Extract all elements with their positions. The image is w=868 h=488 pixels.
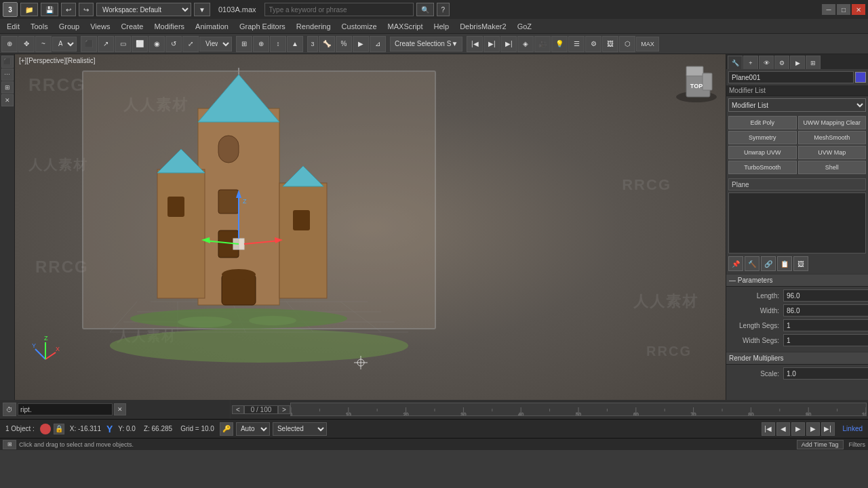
selection-dropdown[interactable]: Selected bbox=[273, 422, 327, 436]
menu-help[interactable]: Help bbox=[429, 21, 455, 32]
tb-scale-btn[interactable]: ⤢ bbox=[182, 36, 199, 52]
status-lock-btn[interactable]: 🔒 bbox=[54, 424, 64, 434]
pb-end[interactable]: ▶| bbox=[821, 422, 835, 436]
mod-unwrap-uvw[interactable]: Unwrap UVW bbox=[728, 146, 797, 159]
pb-play[interactable]: ▶ bbox=[791, 422, 805, 436]
search-input[interactable] bbox=[264, 3, 414, 16]
scale-input[interactable] bbox=[783, 367, 868, 380]
tl-next-btn[interactable]: > bbox=[278, 405, 290, 414]
mod-edit-poly[interactable]: Edit Poly bbox=[728, 116, 797, 129]
info-icon-btn[interactable]: ⊞ bbox=[3, 440, 16, 449]
tb-icon-btn2[interactable]: 💾 bbox=[41, 3, 58, 16]
rp-tab-modify[interactable]: 🔧 bbox=[728, 56, 743, 69]
tb-bone-btn[interactable]: 🦴 bbox=[319, 36, 335, 52]
mod-symmetry[interactable]: Symmetry bbox=[728, 131, 797, 144]
tb-undo[interactable]: ↩ bbox=[61, 3, 76, 16]
timeline[interactable]: < 0 / 100 > 0 10 20 30 bbox=[231, 400, 868, 419]
render-mult-header[interactable]: Render Multipliers bbox=[726, 352, 868, 365]
stack-copy-icon[interactable]: 📋 bbox=[777, 256, 792, 271]
tb-rect2-btn[interactable]: ⬜ bbox=[132, 36, 148, 52]
tb-filter-btn[interactable]: ⬛ bbox=[81, 36, 97, 52]
menu-group[interactable]: Group bbox=[54, 21, 85, 32]
tb-light-btn[interactable]: 💡 bbox=[551, 36, 568, 52]
tb-create-selection[interactable]: Create Selection S ▼ bbox=[390, 37, 462, 52]
tb-ik-btn[interactable]: ⊿ bbox=[370, 36, 386, 52]
tb-pct-btn[interactable]: % bbox=[336, 36, 352, 52]
tb-n3-btn[interactable]: 3 bbox=[307, 36, 318, 52]
workspace-expand[interactable]: ▼ bbox=[194, 3, 210, 16]
minimize-btn[interactable]: ─ bbox=[822, 4, 835, 15]
menu-graph-editors[interactable]: Graph Editors bbox=[234, 21, 291, 32]
tb-brush-btn[interactable]: ~ bbox=[35, 36, 52, 52]
menu-views[interactable]: Views bbox=[85, 21, 115, 32]
tl-prev-btn[interactable]: < bbox=[232, 405, 244, 414]
lm-btn4[interactable]: ✕ bbox=[1, 94, 14, 106]
rp-tab-display[interactable]: 👁 bbox=[759, 56, 774, 69]
stack-image-icon[interactable]: 🖼 bbox=[793, 256, 808, 271]
nav-cube[interactable]: TOP bbox=[673, 60, 720, 107]
tb-layer-btn[interactable]: ☰ bbox=[568, 36, 585, 52]
menu-tools[interactable]: Tools bbox=[25, 21, 54, 32]
length-segs-input[interactable] bbox=[783, 319, 868, 331]
tb-move-btn[interactable]: ✥ bbox=[18, 36, 35, 52]
tb-prev-btn[interactable]: |◀ bbox=[467, 36, 483, 52]
tb-redo[interactable]: ↪ bbox=[79, 3, 94, 16]
mode-dropdown[interactable]: Auto bbox=[236, 422, 270, 436]
tb-settings-btn[interactable]: ⚙ bbox=[585, 36, 601, 52]
menu-customize[interactable]: Customize bbox=[336, 21, 382, 32]
object-color-btn[interactable] bbox=[855, 72, 866, 83]
tb-snap2-btn[interactable]: ⊕ bbox=[253, 36, 269, 52]
script-input[interactable] bbox=[18, 403, 113, 415]
menu-goz[interactable]: GoZ bbox=[512, 21, 537, 32]
menu-rendering[interactable]: Rendering bbox=[291, 21, 336, 32]
tb-snap-btn[interactable]: ⊞ bbox=[236, 36, 252, 52]
stack-pin-icon[interactable]: 📌 bbox=[728, 256, 743, 271]
mod-uvw-map[interactable]: UVW Map bbox=[798, 146, 867, 159]
lm-btn1[interactable]: ⬛ bbox=[1, 56, 14, 68]
width-segs-input[interactable] bbox=[783, 334, 868, 346]
length-input[interactable] bbox=[783, 289, 868, 302]
stack-area[interactable] bbox=[728, 192, 866, 253]
add-time-tag-btn[interactable]: Add Time Tag bbox=[797, 440, 844, 449]
width-input[interactable] bbox=[783, 304, 868, 317]
tb-next-btn[interactable]: ▶| bbox=[500, 36, 517, 52]
mod-uww[interactable]: UWW Mapping Clear bbox=[798, 116, 867, 129]
menu-debrismaker2[interactable]: DebrisMaker2 bbox=[454, 21, 511, 32]
tb-rect-btn[interactable]: ▭ bbox=[115, 36, 131, 52]
restore-btn[interactable]: □ bbox=[837, 4, 850, 15]
tb-render-btn[interactable]: 🖼 bbox=[602, 36, 618, 52]
workspace-dropdown[interactable]: Workspace: Default bbox=[96, 3, 191, 16]
pb-start[interactable]: |◀ bbox=[762, 422, 775, 436]
tb-select2-btn[interactable]: ↗ bbox=[98, 36, 114, 52]
tb-cam-btn[interactable]: 🎥 bbox=[534, 36, 551, 52]
stack-hammer-icon[interactable]: 🔨 bbox=[745, 256, 760, 271]
tb-material-btn[interactable]: ⬡ bbox=[619, 36, 635, 52]
key-btn[interactable]: 🔑 bbox=[220, 422, 233, 436]
parameters-header[interactable]: — Parameters bbox=[726, 274, 868, 287]
pb-next[interactable]: ▶ bbox=[806, 422, 820, 436]
viewport[interactable]: RRCG 人人素材 人人素材 RRCG RRCG 人人素材 人人素材 RRCG … bbox=[15, 54, 726, 400]
pb-prev[interactable]: ◀ bbox=[776, 422, 790, 436]
tb-mirror-btn[interactable]: ▲ bbox=[287, 36, 303, 52]
tb-geo-btn[interactable]: ◈ bbox=[517, 36, 534, 52]
rp-tab-motion[interactable]: ▶ bbox=[790, 56, 805, 69]
tb-icon-btn1[interactable]: 📁 bbox=[20, 3, 38, 16]
object-name-input[interactable] bbox=[728, 71, 854, 83]
tb-play2-btn[interactable]: ▶| bbox=[484, 36, 500, 52]
lm-btn2[interactable]: ⋯ bbox=[1, 68, 14, 81]
modifier-dropdown[interactable]: Modifier List bbox=[728, 98, 866, 112]
anim-icon[interactable]: ⏱ bbox=[3, 403, 16, 416]
stack-chain-icon[interactable]: 🔗 bbox=[761, 256, 776, 271]
tb-max-label[interactable]: MAX bbox=[636, 37, 659, 52]
mod-turbosmooth[interactable]: TurboSmooth bbox=[728, 161, 797, 174]
close-btn[interactable]: ✕ bbox=[852, 4, 865, 15]
tb-align-btn[interactable]: ↕ bbox=[270, 36, 286, 52]
tb-anim-btn[interactable]: ▶ bbox=[353, 36, 369, 52]
tl-bar[interactable]: 0 10 20 30 40 50 60 bbox=[290, 403, 867, 416]
tb-select-btn[interactable]: ⊕ bbox=[1, 36, 18, 52]
tb-rot-btn[interactable]: ↺ bbox=[165, 36, 182, 52]
mod-shell[interactable]: Shell bbox=[798, 161, 867, 174]
close-script-btn[interactable]: ✕ bbox=[114, 403, 126, 415]
tb-view-dropdown[interactable]: View bbox=[199, 37, 232, 52]
menu-create[interactable]: Create bbox=[115, 21, 149, 32]
